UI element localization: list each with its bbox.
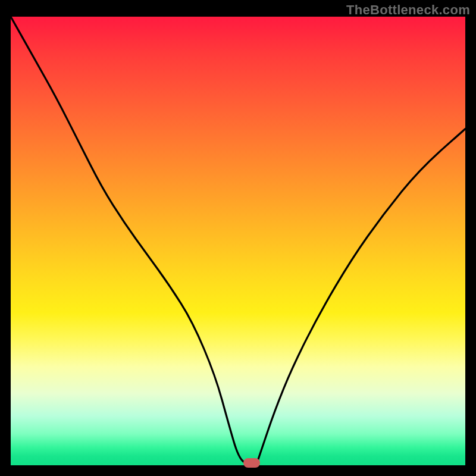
min-marker <box>243 458 260 468</box>
watermark-text: TheBottleneck.com <box>346 2 470 18</box>
plot-area <box>11 17 465 465</box>
bottleneck-curve <box>11 17 465 465</box>
chart-frame: TheBottleneck.com <box>0 0 476 476</box>
curve-layer <box>11 17 465 465</box>
